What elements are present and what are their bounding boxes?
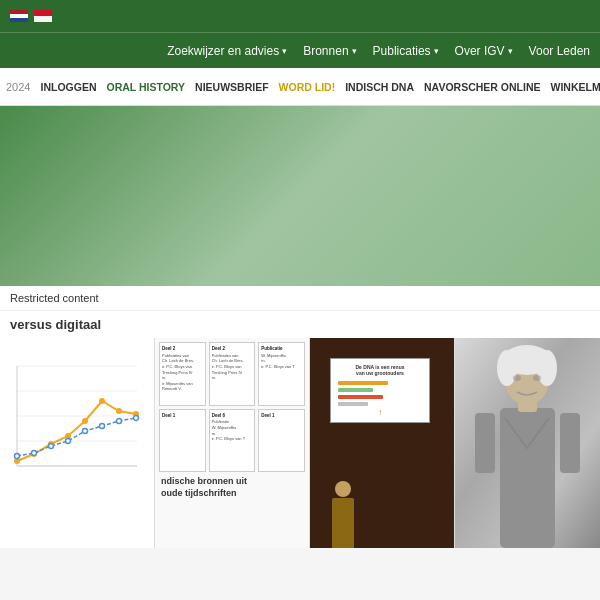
bw-portrait: [455, 338, 600, 548]
secondary-navigation: 2024 INLOGGEN ORAL HISTORY NIEUWSBRIEF W…: [0, 68, 600, 106]
section-title: versus digitaal: [0, 311, 600, 338]
chart-card: [0, 338, 155, 548]
year-label: 2024: [6, 81, 30, 93]
nav-bronnen[interactable]: Bronnen ▾: [303, 44, 356, 58]
svg-point-12: [99, 398, 105, 404]
svg-point-20: [100, 424, 105, 429]
line-chart: [6, 346, 148, 486]
main-navigation: Zoekwijzer en advies ▾ Bronnen ▾ Publica…: [0, 32, 600, 68]
svg-point-32: [537, 350, 557, 386]
portrait-svg: [455, 338, 600, 548]
chevron-down-icon: ▾: [434, 46, 439, 56]
nav-voor-leden[interactable]: Voor Leden: [529, 44, 590, 58]
chevron-down-icon: ▾: [282, 46, 287, 56]
nav-navorscher[interactable]: NAVORSCHER ONLINE: [424, 81, 540, 93]
cards-row: Deel 2 Publicaties vanCh. Lach de Bres,i…: [0, 338, 600, 548]
flag-indonesia[interactable]: [34, 10, 52, 22]
presentation-card: De DNA is een renusvan uw grootouders: [310, 338, 455, 548]
nav-over-igv[interactable]: Over IGV ▾: [455, 44, 513, 58]
chevron-down-icon: ▾: [508, 46, 513, 56]
document-card[interactable]: Deel 2 Publicaties vanCh. Lach de Bres,i…: [155, 338, 310, 548]
hero-gradient: [0, 106, 600, 286]
svg-rect-27: [560, 413, 580, 473]
doc-card-label: ndische bronnen uitoude tijdschriften: [159, 472, 305, 501]
nav-inloggen[interactable]: INLOGGEN: [40, 81, 96, 93]
nav-nieuwsbrief[interactable]: NIEUWSBRIEF: [195, 81, 269, 93]
nav-zoekwijzer[interactable]: Zoekwijzer en advies ▾: [167, 44, 287, 58]
hero-banner: [0, 106, 600, 286]
svg-point-16: [32, 451, 37, 456]
svg-point-31: [497, 350, 517, 386]
doc-page-6: Deel 1: [258, 409, 305, 473]
svg-point-19: [83, 429, 88, 434]
svg-point-22: [134, 416, 139, 421]
svg-point-17: [49, 444, 54, 449]
svg-point-15: [15, 454, 20, 459]
doc-page-4: Deel 1: [159, 409, 206, 473]
nav-publicaties[interactable]: Publicaties ▾: [373, 44, 439, 58]
svg-rect-25: [500, 408, 555, 548]
screen-title: De DNA is een renusvan uw grootouders: [356, 364, 405, 376]
doc-page-5: Deel 6 PublicatieW. Mijssenfhsm.ir. P.C.…: [209, 409, 256, 473]
svg-point-18: [66, 439, 71, 444]
svg-point-11: [82, 418, 88, 424]
doc-page-2: Deel 2 Publicaties vanCh. Lach de Bres,i…: [209, 342, 256, 406]
nav-indisch-dna[interactable]: INDISCH DNA: [345, 81, 414, 93]
presentation-screen: De DNA is een renusvan uw grootouders: [330, 358, 430, 423]
nav-winkelmand[interactable]: WINKELMAND: [550, 81, 600, 93]
chevron-down-icon: ▾: [352, 46, 357, 56]
svg-point-21: [117, 419, 122, 424]
presentation-background: De DNA is een renusvan uw grootouders: [310, 338, 454, 548]
doc-page-1: Deel 2 Publicaties vanCh. Lach de Bres,i…: [159, 342, 206, 406]
svg-point-13: [116, 408, 122, 414]
doc-page-3: Publicatie W. Mijssenfhsm.ir. P.C. Bloys…: [258, 342, 305, 406]
presenter-figure: [332, 481, 354, 548]
restricted-content-label: Restricted content: [0, 286, 600, 311]
top-bar: [0, 0, 600, 32]
document-pages-grid: Deel 2 Publicaties vanCh. Lach de Bres,i…: [159, 342, 305, 472]
nav-oral-history[interactable]: ORAL HISTORY: [107, 81, 186, 93]
bw-photo-card: [455, 338, 600, 548]
nav-word-lid[interactable]: WORD LID!: [279, 81, 336, 93]
svg-point-34: [533, 375, 541, 381]
flag-netherlands[interactable]: [10, 10, 28, 22]
svg-point-33: [513, 375, 521, 381]
svg-rect-26: [475, 413, 495, 473]
